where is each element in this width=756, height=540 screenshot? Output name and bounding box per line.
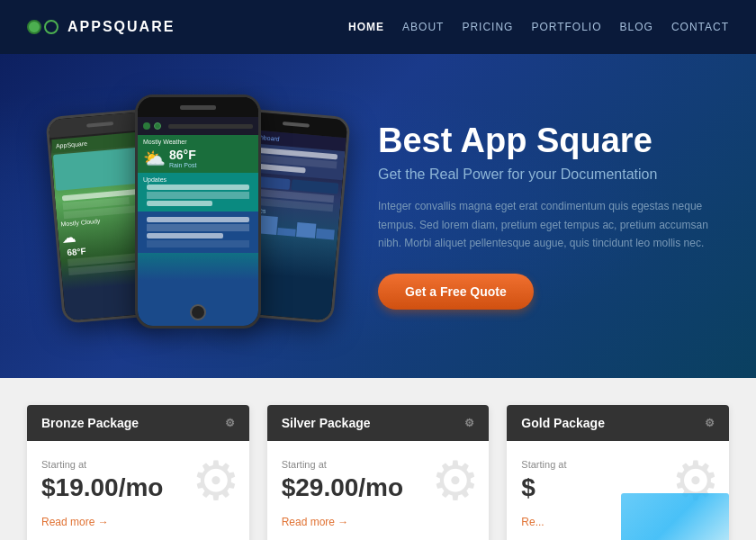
cta-button[interactable]: Get a Free Quote xyxy=(378,274,534,310)
card-title-bronze: Bronze Package xyxy=(41,416,139,430)
pricing-card-silver: Silver Package ⚙ ⚙ Starting at $29.00/mo… xyxy=(267,405,490,540)
nav-pricing[interactable]: PRICING xyxy=(462,21,513,33)
logo-icon xyxy=(27,20,58,34)
gear-decoration-silver: ⚙ xyxy=(431,454,480,508)
nav-portfolio[interactable]: PORTFOLIO xyxy=(531,21,601,33)
hero-subtitle: Get the Real Power for your Documentatio… xyxy=(378,166,720,183)
header: APPSQUARE HOME ABOUT PRICING PORTFOLIO B… xyxy=(0,0,756,54)
card-body-gold: ⚙ Starting at $ Re... xyxy=(507,441,729,540)
card-read-more-silver[interactable]: Read more → xyxy=(282,516,349,528)
card-header-silver: Silver Package ⚙ xyxy=(267,405,490,441)
card-title-gold: Gold Package xyxy=(521,416,605,430)
card-read-more-gold[interactable]: Re... xyxy=(521,516,544,528)
card-header-icon-silver: ⚙ xyxy=(464,417,474,429)
phone-center: Mostly Weather ⛅ 86°F Rain Post Updates xyxy=(135,94,261,328)
hero-title: Best App Square xyxy=(378,122,720,160)
hero-description: Integer convallis magna eget erat condim… xyxy=(378,197,720,252)
phones-area: AppSquare Mostly Cloudy ☁ 68°F xyxy=(36,81,360,351)
card-body-bronze: ⚙ Starting at $19.00/mo Read more → xyxy=(27,441,249,540)
pricing-card-gold: Gold Package ⚙ ⚙ Starting at $ Re... xyxy=(507,405,729,540)
nav-about[interactable]: ABOUT xyxy=(402,21,444,33)
logo-circle-filled xyxy=(27,20,41,34)
card-read-more-bronze[interactable]: Read more → xyxy=(41,516,109,528)
nav-contact[interactable]: CONTACT xyxy=(671,21,729,33)
hero-section: AppSquare Mostly Cloudy ☁ 68°F xyxy=(0,54,756,378)
nav-home[interactable]: HOME xyxy=(348,21,384,33)
hero-content: Best App Square Get the Real Power for y… xyxy=(360,122,720,310)
card-header-gold: Gold Package ⚙ xyxy=(507,405,729,441)
gear-decoration-bronze: ⚙ xyxy=(192,454,240,508)
pricing-card-bronze: Bronze Package ⚙ ⚙ Starting at $19.00/mo… xyxy=(27,405,249,540)
card-header-icon-gold: ⚙ xyxy=(705,417,715,429)
logo-text: APPSQUARE xyxy=(68,19,175,35)
gold-blur-overlay xyxy=(621,493,729,540)
card-header-icon-bronze: ⚙ xyxy=(225,417,235,429)
card-header-bronze: Bronze Package ⚙ xyxy=(27,405,249,441)
logo: APPSQUARE xyxy=(27,19,175,35)
nav-blog[interactable]: BLOG xyxy=(620,21,653,33)
card-body-silver: ⚙ Starting at $29.00/mo Read more → xyxy=(267,441,490,540)
logo-circle-outline xyxy=(44,20,58,34)
pricing-section: Bronze Package ⚙ ⚙ Starting at $19.00/mo… xyxy=(0,378,756,540)
card-title-silver: Silver Package xyxy=(282,416,371,430)
main-nav: HOME ABOUT PRICING PORTFOLIO BLOG CONTAC… xyxy=(348,21,729,33)
